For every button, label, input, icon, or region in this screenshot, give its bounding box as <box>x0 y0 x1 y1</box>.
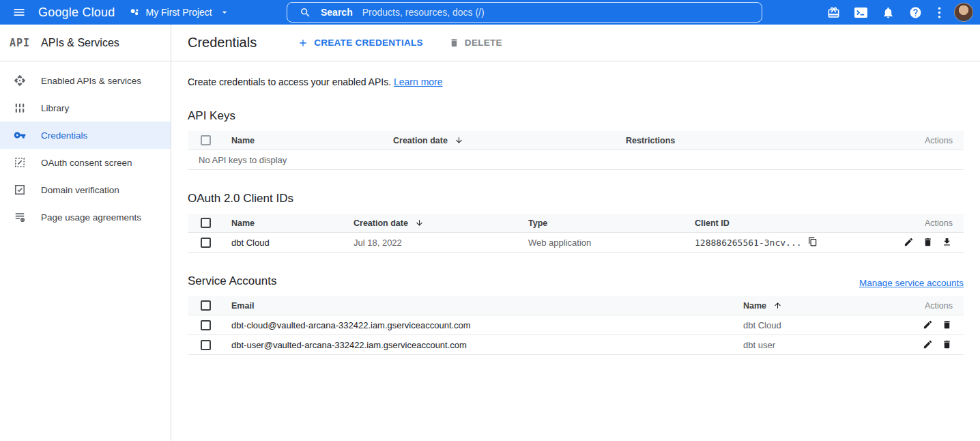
oauth-client-type: Web application <box>517 238 684 248</box>
gift-icon[interactable] <box>822 0 845 25</box>
sidebar-item-page-usage[interactable]: Page usage agreements <box>0 203 171 231</box>
delete-icon[interactable] <box>942 319 953 330</box>
sort-desc-icon <box>415 218 424 227</box>
service-account-name: dbt user <box>732 340 895 350</box>
create-credentials-button[interactable]: CREATE CREDENTIALS <box>298 38 423 48</box>
sidebar-item-enabled-apis[interactable]: Enabled APIs & services <box>0 67 171 94</box>
service-accounts-title: Service Accounts <box>188 274 276 288</box>
search-label: Search <box>321 7 353 18</box>
sidebar-title: APIs & Services <box>41 37 119 49</box>
sidebar-item-credentials[interactable]: Credentials <box>0 122 171 149</box>
col-creation-date[interactable]: Creation date <box>343 218 517 228</box>
service-accounts-table: Email Name Actions dbt-cloud@vaulted-arc… <box>188 296 964 355</box>
table-row: dbt-user@vaulted-arcana-332422.iam.gserv… <box>188 335 964 355</box>
sort-asc-icon <box>773 301 782 310</box>
select-all-checkbox[interactable] <box>201 300 211 311</box>
chevron-down-icon <box>219 7 230 18</box>
service-account-email: dbt-user@vaulted-arcana-332422.iam.gserv… <box>220 340 732 350</box>
page-toolbar: Credentials CREATE CREDENTIALS DELETE <box>171 25 980 61</box>
delete-button[interactable]: DELETE <box>449 38 502 48</box>
google-cloud-logo[interactable]: Google Cloud <box>38 5 115 20</box>
sidebar-item-label: OAuth consent screen <box>41 158 132 168</box>
edit-icon[interactable] <box>923 339 934 350</box>
sidebar-item-label: Library <box>41 103 69 113</box>
download-icon[interactable] <box>942 237 953 248</box>
sidebar: API APIs & Services Enabled APIs & servi… <box>0 25 171 441</box>
main-content: Credentials CREATE CREDENTIALS DELETE Cr… <box>171 25 980 441</box>
page-usage-agreements-icon <box>14 211 26 223</box>
sidebar-item-label: Credentials <box>41 130 87 141</box>
select-all-checkbox[interactable] <box>201 135 211 145</box>
learn-more-link[interactable]: Learn more <box>394 76 443 87</box>
domain-verification-icon <box>14 184 26 196</box>
topbar-actions <box>822 0 973 25</box>
search-placeholder: Products, resources, docs (/) <box>362 7 485 18</box>
delete-icon[interactable] <box>942 339 953 350</box>
oauth-consent-icon <box>14 156 26 169</box>
project-name: My First Project <box>145 7 212 18</box>
help-icon[interactable] <box>904 0 927 25</box>
row-actions <box>868 237 964 248</box>
sort-desc-icon <box>455 136 463 145</box>
sidebar-item-label: Enabled APIs & services <box>41 76 141 86</box>
delete-icon[interactable] <box>923 237 934 248</box>
cloud-shell-icon[interactable] <box>850 0 872 25</box>
select-all-checkbox[interactable] <box>201 218 211 228</box>
search-input[interactable]: Search Products, resources, docs (/) <box>287 2 762 23</box>
oauth-client-id: 128886265561-3ncv... <box>684 237 868 248</box>
enabled-apis-icon <box>14 74 26 87</box>
oauth-client-creation-date: Jul 18, 2022 <box>343 238 517 248</box>
copy-icon[interactable] <box>808 237 819 248</box>
api-logo: API <box>10 37 30 49</box>
col-client-id: Client ID <box>684 218 868 228</box>
edit-icon[interactable] <box>904 237 914 248</box>
edit-icon[interactable] <box>923 319 934 330</box>
search-icon <box>300 7 311 18</box>
service-account-name: dbt Cloud <box>732 320 895 330</box>
row-actions <box>895 339 964 350</box>
notifications-bell-icon[interactable] <box>877 0 899 25</box>
table-row: dbt-cloud@vaulted-arcana-332422.iam.gser… <box>188 315 964 335</box>
user-avatar[interactable] <box>954 3 973 22</box>
col-email: Email <box>220 301 732 311</box>
row-checkbox[interactable] <box>201 340 211 350</box>
topbar: Google Cloud My First Project Search Pro… <box>0 0 980 25</box>
col-creation-date[interactable]: Creation date <box>382 136 615 145</box>
more-options-icon[interactable] <box>932 0 947 25</box>
sidebar-item-library[interactable]: Library <box>0 94 171 122</box>
project-selector[interactable]: My First Project <box>130 7 229 18</box>
api-keys-table: Name Creation date Restrictions Actions … <box>188 131 964 170</box>
oauth-client-name: dbt Cloud <box>220 238 343 248</box>
manage-service-accounts-link[interactable]: Manage service accounts <box>859 278 964 288</box>
col-name: Name <box>220 218 343 228</box>
sidebar-item-oauth-consent[interactable]: OAuth consent screen <box>0 149 171 176</box>
api-keys-title: API Keys <box>188 109 964 123</box>
col-name[interactable]: Name <box>732 301 895 311</box>
api-keys-empty-message: No API keys to display <box>188 150 964 170</box>
intro-text: Create credentials to access your enable… <box>188 76 964 87</box>
library-icon <box>14 102 26 114</box>
col-name: Name <box>220 136 382 145</box>
sidebar-nav: Enabled APIs & services Library Credenti… <box>0 61 171 231</box>
service-account-email: dbt-cloud@vaulted-arcana-332422.iam.gser… <box>220 320 732 330</box>
plus-icon <box>298 38 308 48</box>
sidebar-item-label: Domain verification <box>41 185 119 195</box>
row-checkbox[interactable] <box>201 238 211 248</box>
col-restrictions: Restrictions <box>615 136 859 145</box>
col-actions: Actions <box>895 301 964 311</box>
key-icon <box>14 129 26 141</box>
col-actions: Actions <box>859 136 964 145</box>
sidebar-header: API APIs & Services <box>0 25 171 61</box>
sidebar-item-domain-verification[interactable]: Domain verification <box>0 176 171 203</box>
page-title: Credentials <box>188 35 257 51</box>
oauth-clients-title: OAuth 2.0 Client IDs <box>188 192 964 205</box>
col-type: Type <box>517 218 684 228</box>
hamburger-menu-icon[interactable] <box>0 0 38 25</box>
oauth-clients-table: Name Creation date Type Client ID Action… <box>188 214 964 253</box>
row-actions <box>895 319 964 330</box>
table-row: dbt Cloud Jul 18, 2022 Web application 1… <box>188 233 964 253</box>
col-actions: Actions <box>868 218 964 228</box>
sidebar-item-label: Page usage agreements <box>41 212 141 223</box>
row-checkbox[interactable] <box>201 320 211 330</box>
project-icon <box>130 8 140 18</box>
